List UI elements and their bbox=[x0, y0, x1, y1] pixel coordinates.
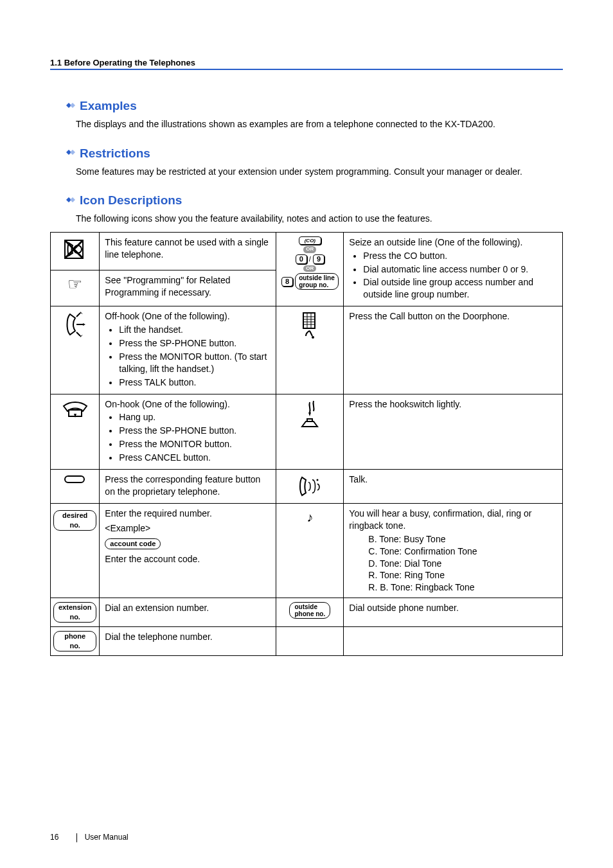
footer-label: User Manual bbox=[85, 833, 129, 842]
restrictions-title: Restrictions bbox=[80, 146, 150, 161]
section-icons-heading: Icon Descriptions bbox=[63, 193, 563, 208]
extension-no-text: Dial an extension number. bbox=[100, 598, 276, 627]
svg-marker-11 bbox=[83, 323, 85, 326]
on-hook-text: On-hook (One of the following). Hang up.… bbox=[100, 394, 276, 469]
page-footer: 16 User Manual bbox=[50, 833, 129, 842]
tone-text: You will hear a busy, confirmation, dial… bbox=[344, 504, 563, 598]
key-0: 0 bbox=[296, 254, 307, 264]
co-key-icon: (CO) bbox=[299, 236, 321, 245]
svg-point-20 bbox=[312, 336, 314, 339]
hookswitch-icon bbox=[276, 394, 344, 469]
off-hook-text: Off-hook (One of the following). Lift th… bbox=[100, 306, 276, 394]
seize-line-icon: (CO) OR 0 / 9 OR 8 outside line group no… bbox=[276, 232, 344, 306]
empty-cell bbox=[344, 626, 563, 655]
programming-ref-text: See "Programming" for Related Programmin… bbox=[100, 270, 276, 306]
section-restrictions-heading: Restrictions bbox=[63, 146, 563, 161]
diamond-bullet-icon bbox=[63, 101, 76, 112]
key-9: 9 bbox=[313, 254, 324, 264]
icon-descriptions-table: This feature cannot be used with a singl… bbox=[50, 232, 563, 656]
off-hook-icon bbox=[51, 306, 100, 394]
outside-line-group-label: outside line group no. bbox=[295, 273, 339, 290]
empty-cell bbox=[276, 626, 344, 655]
examples-body: The displays and the illustrations shown… bbox=[76, 118, 563, 131]
extension-no-label: extension no. bbox=[51, 598, 100, 627]
phone-no-label: phone no. bbox=[51, 626, 100, 655]
svg-rect-24 bbox=[307, 419, 312, 421]
svg-marker-1 bbox=[70, 103, 75, 108]
page-number: 16 bbox=[50, 833, 69, 842]
talk-icon bbox=[276, 470, 344, 504]
page-header: 1.1 Before Operating the Telephones bbox=[50, 58, 563, 70]
header-rule bbox=[50, 69, 563, 70]
svg-point-26 bbox=[317, 479, 319, 481]
outside-phone-no-label: outside phone no. bbox=[276, 598, 344, 627]
restrictions-body: Some features may be restricted at your … bbox=[76, 166, 563, 179]
phone-no-text: Dial the telephone number. bbox=[100, 626, 276, 655]
no-slt-icon bbox=[51, 232, 100, 270]
svg-marker-5 bbox=[70, 197, 75, 202]
key-8: 8 bbox=[281, 277, 293, 287]
desired-no-label: desired no. bbox=[51, 504, 100, 598]
svg-marker-12 bbox=[80, 335, 83, 337]
tone-icon: ♪ bbox=[276, 504, 344, 598]
doorphone-icon bbox=[276, 306, 344, 394]
feature-button-icon bbox=[51, 470, 100, 504]
hookswitch-text: Press the hookswitch lightly. bbox=[344, 394, 563, 469]
programming-ref-icon: ☞ bbox=[51, 270, 100, 306]
svg-marker-3 bbox=[70, 150, 75, 155]
talk-text: Talk. bbox=[344, 470, 563, 504]
on-hook-icon bbox=[51, 394, 100, 469]
or-pill-icon: OR bbox=[303, 265, 316, 272]
no-slt-text: This feature cannot be used with a singl… bbox=[100, 232, 276, 270]
icons-title: Icon Descriptions bbox=[80, 193, 182, 208]
outside-phone-no-text: Dial outside phone number. bbox=[344, 598, 563, 627]
svg-marker-23 bbox=[308, 412, 311, 416]
or-pill-icon: OR bbox=[303, 246, 316, 252]
header-section-title: 1.1 Before Operating the Telephones bbox=[50, 58, 563, 67]
examples-title: Examples bbox=[80, 99, 137, 113]
feature-button-text: Press the corresponding feature button o… bbox=[100, 470, 276, 504]
svg-rect-25 bbox=[65, 476, 84, 483]
doorphone-text: Press the Call button on the Doorphone. bbox=[344, 306, 563, 394]
diamond-bullet-icon bbox=[63, 195, 76, 206]
icons-body: The following icons show you the feature… bbox=[76, 213, 563, 226]
desired-no-text: Enter the required number. <Example> acc… bbox=[100, 504, 276, 598]
seize-line-text: Seize an outside line (One of the follow… bbox=[344, 232, 563, 306]
account-code-label: account code bbox=[105, 538, 161, 549]
section-examples-heading: Examples bbox=[63, 99, 563, 113]
svg-rect-13 bbox=[303, 313, 315, 328]
svg-marker-10 bbox=[80, 312, 83, 314]
footer-separator bbox=[76, 833, 77, 842]
diamond-bullet-icon bbox=[63, 148, 76, 159]
